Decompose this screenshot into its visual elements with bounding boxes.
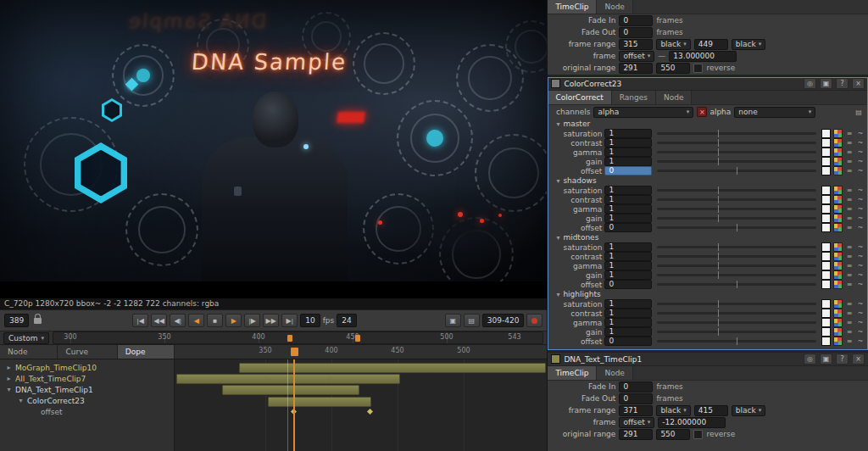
- track-row[interactable]: ▸ MoGraph_TimeClip10: [0, 362, 174, 373]
- center-node-icon[interactable]: ◎: [804, 78, 816, 89]
- close-icon[interactable]: ×: [852, 78, 865, 89]
- group-caret-icon[interactable]: ▾: [556, 177, 559, 185]
- param-value-field[interactable]: 1: [604, 242, 652, 252]
- color-swatch[interactable]: [821, 204, 831, 214]
- fps-field[interactable]: 24: [337, 314, 356, 327]
- lock-icon[interactable]: [34, 318, 42, 324]
- animation-curve-icon[interactable]: ~: [856, 167, 865, 175]
- channel-menu-icon[interactable]: ≡: [845, 139, 854, 147]
- param-value-field[interactable]: 0: [604, 166, 652, 175]
- color-wheel-icon[interactable]: [833, 166, 843, 175]
- animation-curve-icon[interactable]: ~: [856, 243, 865, 251]
- param-slider[interactable]: [657, 170, 816, 172]
- viewer-frame-field[interactable]: 389: [4, 314, 29, 327]
- color-swatch[interactable]: [821, 148, 831, 157]
- color-wheel-icon[interactable]: [833, 299, 843, 309]
- next-keyframe-button[interactable]: |▶: [244, 314, 260, 327]
- tree-caret-icon[interactable]: ▾: [5, 386, 13, 393]
- tab-timeclip[interactable]: TimeClip: [548, 366, 597, 380]
- mask-channel-dropdown[interactable]: none ▾: [734, 107, 815, 118]
- color-wheel-icon[interactable]: [833, 204, 843, 214]
- range-start-mode-dropdown[interactable]: black ▾: [656, 39, 690, 50]
- animation-curve-icon[interactable]: ~: [856, 300, 865, 308]
- tab-node-graph[interactable]: Node Graph: [0, 345, 58, 359]
- channel-menu-icon[interactable]: ≡: [845, 205, 854, 213]
- animation-curve-icon[interactable]: ~: [856, 158, 865, 165]
- color-wheel-icon[interactable]: [833, 318, 843, 327]
- close-icon[interactable]: ×: [852, 354, 865, 365]
- range-end-field[interactable]: 415: [694, 405, 728, 416]
- param-value-field[interactable]: 1: [604, 299, 652, 309]
- channel-menu-icon[interactable]: ≡: [845, 196, 854, 203]
- param-slider[interactable]: [657, 160, 816, 163]
- channel-menu-icon[interactable]: ≡: [845, 337, 854, 345]
- param-slider[interactable]: [657, 132, 816, 135]
- dopesheet-ruler[interactable]: 350 400 450 500: [175, 345, 547, 359]
- range-options-button[interactable]: ▤: [464, 314, 480, 327]
- channel-menu-icon[interactable]: ≡: [845, 187, 854, 194]
- color-swatch[interactable]: [821, 242, 831, 252]
- animation-curve-icon[interactable]: ~: [856, 130, 865, 137]
- tab-dope-sheet[interactable]: Dope Sheet: [118, 345, 175, 359]
- range-end-mode-dropdown[interactable]: black ▾: [732, 405, 765, 416]
- tree-caret-icon[interactable]: ▸: [5, 364, 13, 371]
- animation-curve-icon[interactable]: ~: [856, 214, 865, 222]
- color-wheel-icon[interactable]: [833, 327, 843, 337]
- param-slider[interactable]: [657, 331, 816, 333]
- track-row[interactable]: ▾ ColorCorrect23: [0, 395, 174, 406]
- channel-menu-icon[interactable]: ≡: [845, 253, 854, 260]
- playhead-line[interactable]: [293, 359, 295, 451]
- dopesheet-lanes[interactable]: [175, 359, 547, 451]
- step-back-button[interactable]: ◀: [188, 314, 204, 327]
- animation-curve-icon[interactable]: ~: [856, 139, 865, 147]
- param-slider[interactable]: [657, 303, 816, 305]
- track-row[interactable]: offset: [0, 406, 174, 417]
- viewer-canvas[interactable]: DNA Sample DNA Sample: [0, 0, 547, 298]
- panel-header[interactable]: ColorCorrect23 ◎ ▣ ? ×: [548, 77, 868, 91]
- orig-start-field[interactable]: 291: [619, 429, 653, 440]
- stop-button[interactable]: ■: [207, 314, 223, 327]
- global-timeline-slider[interactable]: 300 350 400 450 500 543: [53, 331, 543, 344]
- step-forward-button[interactable]: ▶: [225, 314, 242, 327]
- panel-header[interactable]: DNA_Text_TimeClip1 ◎ ▣ ? ×: [548, 353, 868, 366]
- prev-keyframe-button[interactable]: ◀|: [170, 314, 186, 327]
- color-swatch[interactable]: [821, 270, 831, 280]
- animation-curve-icon[interactable]: ~: [856, 309, 865, 317]
- group-caret-icon[interactable]: ▾: [556, 234, 559, 242]
- param-value-field[interactable]: 1: [604, 261, 652, 270]
- param-value-field[interactable]: 1: [604, 270, 652, 280]
- channel-menu-icon[interactable]: ≡: [845, 271, 854, 279]
- param-value-field[interactable]: 1: [604, 204, 652, 214]
- fade-out-field[interactable]: 0: [619, 393, 653, 404]
- range-marker[interactable]: [287, 335, 292, 342]
- color-swatch[interactable]: [821, 280, 831, 289]
- channels-dropdown[interactable]: alpha ▾: [593, 107, 693, 118]
- color-wheel-icon[interactable]: [833, 261, 843, 270]
- color-wheel-icon[interactable]: [833, 157, 843, 166]
- animation-curve-icon[interactable]: ~: [856, 187, 865, 194]
- range-end-mode-dropdown[interactable]: black ▾: [732, 39, 765, 50]
- animation-curve-icon[interactable]: ~: [856, 337, 865, 345]
- color-swatch[interactable]: [821, 327, 831, 337]
- range-mode-dropdown[interactable]: Custom ▾: [3, 332, 49, 344]
- channel-menu-icon[interactable]: ≡: [845, 224, 854, 231]
- param-value-field[interactable]: 0: [604, 223, 652, 232]
- color-wheel-icon[interactable]: [833, 337, 843, 346]
- tab-curve-editor[interactable]: Curve Editor: [58, 345, 117, 359]
- param-slider[interactable]: [657, 340, 816, 342]
- param-value-field[interactable]: 0: [604, 337, 652, 346]
- param-slider[interactable]: [657, 255, 816, 258]
- animation-curve-icon[interactable]: ~: [856, 205, 865, 213]
- frame-offset-field[interactable]: -12.000000: [658, 417, 726, 428]
- param-value-field[interactable]: 1: [604, 318, 652, 327]
- color-swatch[interactable]: [821, 166, 831, 175]
- color-wheel-icon[interactable]: [833, 186, 843, 195]
- param-slider[interactable]: [657, 312, 816, 315]
- color-swatch[interactable]: [821, 299, 831, 309]
- color-wheel-icon[interactable]: [833, 138, 843, 148]
- color-wheel-icon[interactable]: [833, 148, 843, 157]
- channel-grid-icon[interactable]: ▤: [854, 109, 863, 116]
- color-wheel-icon[interactable]: [833, 129, 843, 138]
- color-wheel-icon[interactable]: [833, 252, 843, 261]
- color-swatch[interactable]: [821, 157, 831, 166]
